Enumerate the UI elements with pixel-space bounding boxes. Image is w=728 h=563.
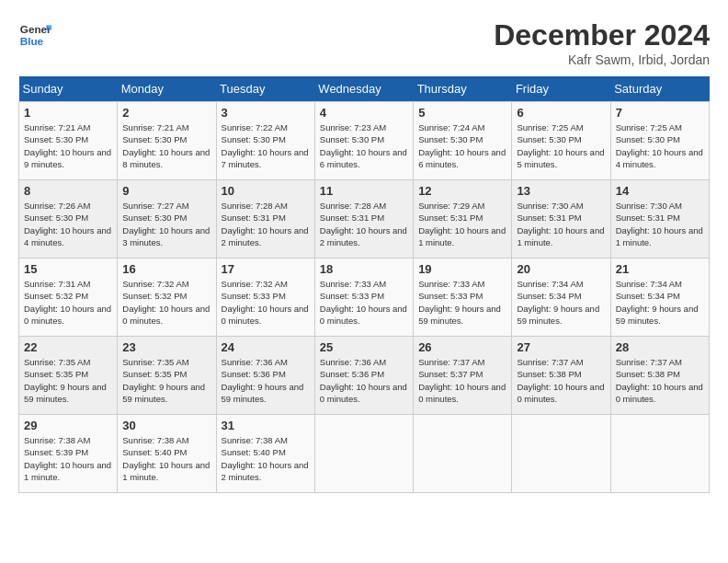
day-info: Sunrise: 7:38 AMSunset: 5:40 PMDaylight:… (222, 435, 309, 482)
day-number: 22 (24, 340, 112, 354)
day-info: Sunrise: 7:37 AMSunset: 5:38 PMDaylight:… (616, 357, 703, 404)
calendar-row: 1Sunrise: 7:21 AMSunset: 5:30 PMDaylight… (19, 102, 710, 180)
table-row: 6Sunrise: 7:25 AMSunset: 5:30 PMDaylight… (512, 102, 610, 180)
table-row: 3Sunrise: 7:22 AMSunset: 5:30 PMDaylight… (216, 102, 314, 180)
table-row: 30Sunrise: 7:38 AMSunset: 5:40 PMDayligh… (118, 415, 216, 493)
day-info: Sunrise: 7:32 AMSunset: 5:32 PMDaylight:… (122, 279, 210, 326)
day-info: Sunrise: 7:23 AMSunset: 5:30 PMDaylight:… (320, 122, 407, 169)
day-number: 23 (122, 340, 210, 354)
day-number: 24 (222, 340, 310, 354)
calendar-row: 29Sunrise: 7:38 AMSunset: 5:39 PMDayligh… (19, 415, 710, 493)
table-row: 20Sunrise: 7:34 AMSunset: 5:34 PMDayligh… (512, 259, 610, 337)
day-info: Sunrise: 7:21 AMSunset: 5:30 PMDaylight:… (122, 122, 210, 169)
day-number: 2 (122, 106, 210, 120)
table-row: 26Sunrise: 7:37 AMSunset: 5:37 PMDayligh… (414, 337, 512, 415)
table-row: 18Sunrise: 7:33 AMSunset: 5:33 PMDayligh… (314, 259, 413, 337)
day-info: Sunrise: 7:35 AMSunset: 5:35 PMDaylight:… (24, 357, 107, 404)
day-info: Sunrise: 7:33 AMSunset: 5:33 PMDaylight:… (418, 279, 501, 326)
day-info: Sunrise: 7:24 AMSunset: 5:30 PMDaylight:… (418, 122, 506, 169)
day-info: Sunrise: 7:27 AMSunset: 5:30 PMDaylight:… (122, 201, 210, 247)
table-row: 10Sunrise: 7:28 AMSunset: 5:31 PMDayligh… (216, 180, 314, 259)
table-row: 19Sunrise: 7:33 AMSunset: 5:33 PMDayligh… (414, 259, 512, 337)
day-info: Sunrise: 7:28 AMSunset: 5:31 PMDaylight:… (222, 201, 309, 247)
day-number: 9 (122, 184, 210, 198)
table-row: 13Sunrise: 7:30 AMSunset: 5:31 PMDayligh… (512, 180, 610, 259)
table-row: 11Sunrise: 7:28 AMSunset: 5:31 PMDayligh… (314, 180, 413, 259)
table-row: 29Sunrise: 7:38 AMSunset: 5:39 PMDayligh… (19, 415, 118, 493)
location: Kafr Sawm, Irbid, Jordan (494, 52, 710, 67)
day-info: Sunrise: 7:37 AMSunset: 5:38 PMDaylight:… (517, 357, 604, 404)
day-number: 30 (122, 419, 210, 432)
table-row: 25Sunrise: 7:36 AMSunset: 5:36 PMDayligh… (314, 337, 413, 415)
day-number: 20 (517, 262, 605, 276)
day-info: Sunrise: 7:21 AMSunset: 5:30 PMDaylight:… (24, 122, 111, 169)
day-number: 13 (517, 184, 605, 198)
table-row (610, 415, 709, 493)
day-number: 17 (222, 262, 310, 276)
day-number: 18 (320, 262, 408, 276)
day-number: 7 (616, 106, 704, 120)
day-info: Sunrise: 7:35 AMSunset: 5:35 PMDaylight:… (122, 357, 205, 404)
table-row (414, 415, 512, 493)
calendar-table: Sunday Monday Tuesday Wednesday Thursday… (18, 76, 710, 493)
day-info: Sunrise: 7:29 AMSunset: 5:31 PMDaylight:… (418, 201, 506, 247)
day-number: 26 (418, 340, 506, 354)
table-row: 27Sunrise: 7:37 AMSunset: 5:38 PMDayligh… (512, 337, 610, 415)
table-row: 8Sunrise: 7:26 AMSunset: 5:30 PMDaylight… (19, 180, 118, 259)
day-number: 12 (418, 184, 506, 198)
calendar-row: 15Sunrise: 7:31 AMSunset: 5:32 PMDayligh… (19, 259, 710, 337)
svg-text:Blue: Blue (20, 35, 44, 47)
day-number: 15 (24, 262, 112, 276)
day-info: Sunrise: 7:33 AMSunset: 5:33 PMDaylight:… (320, 279, 407, 326)
day-number: 5 (418, 106, 506, 120)
day-info: Sunrise: 7:32 AMSunset: 5:33 PMDaylight:… (222, 279, 309, 326)
table-row: 1Sunrise: 7:21 AMSunset: 5:30 PMDaylight… (19, 102, 118, 180)
title-section: December 2024 Kafr Sawm, Irbid, Jordan (494, 18, 710, 67)
day-info: Sunrise: 7:34 AMSunset: 5:34 PMDaylight:… (616, 279, 699, 326)
day-number: 4 (320, 106, 408, 120)
table-row: 24Sunrise: 7:36 AMSunset: 5:36 PMDayligh… (216, 337, 314, 415)
day-info: Sunrise: 7:36 AMSunset: 5:36 PMDaylight:… (320, 357, 407, 404)
day-info: Sunrise: 7:30 AMSunset: 5:31 PMDaylight:… (517, 201, 604, 247)
col-monday: Monday (118, 76, 216, 102)
month-title: December 2024 (494, 18, 710, 52)
day-number: 29 (24, 419, 112, 432)
table-row: 2Sunrise: 7:21 AMSunset: 5:30 PMDaylight… (118, 102, 216, 180)
day-number: 3 (222, 106, 310, 120)
table-row: 9Sunrise: 7:27 AMSunset: 5:30 PMDaylight… (118, 180, 216, 259)
day-number: 6 (517, 106, 605, 120)
day-info: Sunrise: 7:22 AMSunset: 5:30 PMDaylight:… (222, 122, 309, 169)
day-number: 11 (320, 184, 408, 198)
day-info: Sunrise: 7:38 AMSunset: 5:39 PMDaylight:… (24, 435, 111, 482)
table-row: 21Sunrise: 7:34 AMSunset: 5:34 PMDayligh… (610, 259, 709, 337)
day-number: 16 (122, 262, 210, 276)
day-info: Sunrise: 7:30 AMSunset: 5:31 PMDaylight:… (616, 201, 703, 247)
day-number: 14 (616, 184, 704, 198)
calendar-header-row: Sunday Monday Tuesday Wednesday Thursday… (19, 76, 710, 102)
day-info: Sunrise: 7:37 AMSunset: 5:37 PMDaylight:… (418, 357, 506, 404)
page-header: General Blue December 2024 Kafr Sawm, Ir… (18, 18, 710, 67)
table-row: 4Sunrise: 7:23 AMSunset: 5:30 PMDaylight… (314, 102, 413, 180)
table-row: 7Sunrise: 7:25 AMSunset: 5:30 PMDaylight… (610, 102, 709, 180)
table-row: 12Sunrise: 7:29 AMSunset: 5:31 PMDayligh… (414, 180, 512, 259)
day-number: 25 (320, 340, 408, 354)
col-thursday: Thursday (414, 76, 512, 102)
day-info: Sunrise: 7:36 AMSunset: 5:36 PMDaylight:… (222, 357, 304, 404)
day-number: 8 (24, 184, 112, 198)
day-number: 10 (222, 184, 310, 198)
day-info: Sunrise: 7:31 AMSunset: 5:32 PMDaylight:… (24, 279, 111, 326)
day-number: 19 (418, 262, 506, 276)
table-row: 5Sunrise: 7:24 AMSunset: 5:30 PMDaylight… (414, 102, 512, 180)
col-sunday: Sunday (19, 76, 118, 102)
day-number: 28 (616, 340, 704, 354)
day-info: Sunrise: 7:25 AMSunset: 5:30 PMDaylight:… (616, 122, 703, 169)
day-info: Sunrise: 7:26 AMSunset: 5:30 PMDaylight:… (24, 201, 111, 247)
logo-icon: General Blue (18, 18, 51, 52)
table-row (512, 415, 610, 493)
table-row: 16Sunrise: 7:32 AMSunset: 5:32 PMDayligh… (118, 259, 216, 337)
table-row: 28Sunrise: 7:37 AMSunset: 5:38 PMDayligh… (610, 337, 709, 415)
day-number: 27 (517, 340, 605, 354)
day-info: Sunrise: 7:28 AMSunset: 5:31 PMDaylight:… (320, 201, 407, 247)
table-row: 17Sunrise: 7:32 AMSunset: 5:33 PMDayligh… (216, 259, 314, 337)
day-number: 31 (222, 419, 310, 432)
